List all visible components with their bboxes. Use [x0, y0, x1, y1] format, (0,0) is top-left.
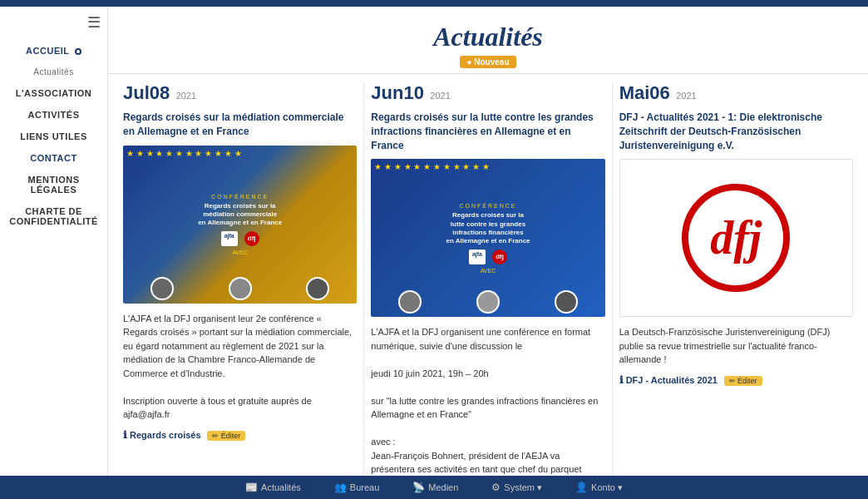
sidebar-item-accueil[interactable]: ACCUEIL [0, 40, 107, 62]
person-avatar-1 [150, 277, 174, 300]
stars-decoration-1: ★ ★ ★ ★ ★ ★ ★ ★ ★ ★ ★ ★ [123, 146, 357, 161]
article-3-image: dfj [619, 159, 853, 317]
person-avatar-3 [306, 277, 329, 300]
ajfa-logo-2: ajfa [469, 250, 486, 264]
dfj-main-letter: dfj [710, 215, 762, 261]
article-1-image: ★ ★ ★ ★ ★ ★ ★ ★ ★ ★ ★ ★ CONFÉRENCE Regar… [123, 146, 357, 304]
article-1-title: Regards croisés sur la médiation commerc… [123, 111, 357, 139]
person-avatar-5 [476, 290, 500, 314]
dfj-main-circle: dfj [682, 184, 790, 292]
article-col-1: Jul08 2021 Regards croisés sur la médiat… [116, 82, 364, 476]
article-2-image: ★ ★ ★ ★ ★ ★ ★ ★ ★ ★ ★ ★ CONFÉRENCE Regar… [371, 159, 604, 317]
article-3-link[interactable]: DFJ - Actualités 2021 [619, 374, 718, 386]
sidebar: ☰ ACCUEIL Actualités L'ASSOCIATION ACTIV… [0, 7, 108, 476]
article-3-title: DFJ - Actualités 2021 - 1: Die elektroni… [619, 111, 853, 152]
articles-container: Jul08 2021 Regards croisés sur la médiat… [108, 74, 868, 476]
sidebar-item-liens-utiles[interactable]: LIENS UTILES [0, 126, 107, 147]
medien-icon: 📡 [412, 482, 425, 493]
article-1-link[interactable]: Regards croisés [123, 429, 201, 441]
sidebar-item-mentions-legales[interactable]: MENTIONS LÉGALES [0, 169, 107, 200]
article-1-edit-button[interactable]: Éditer [207, 431, 245, 441]
konto-icon: 👤 [575, 482, 588, 493]
person-avatar-6 [555, 290, 578, 314]
page-header: Actualités ● Nouveau [108, 7, 868, 74]
toolbar-system-label: System ▾ [504, 482, 542, 493]
article-1-body: L'AJFA et la DFJ organisent leur 2e conf… [123, 312, 357, 422]
page-title: Actualités [108, 22, 868, 52]
bottom-toolbar: 📰 Actualités 👥 Bureau 📡 Medien ⚙ System … [0, 476, 868, 499]
top-bar [0, 0, 868, 7]
dfj-logo-small-2: dfj [492, 250, 507, 264]
toolbar-system[interactable]: ⚙ System ▾ [491, 482, 542, 493]
stars-decoration-2: ★ ★ ★ ★ ★ ★ ★ ★ ★ ★ ★ ★ [371, 159, 604, 175]
person-avatar-4 [398, 290, 422, 314]
poster-2-people [371, 290, 604, 314]
bureau-icon: 👥 [334, 482, 347, 493]
sidebar-item-association[interactable]: L'ASSOCIATION [0, 82, 107, 104]
article-3-body: La Deutsch-Französische Juristenvereinig… [619, 325, 853, 367]
hamburger-icon[interactable]: ☰ [87, 13, 101, 32]
toolbar-actualites-label: Actualités [261, 482, 301, 492]
article-col-2: Jun10 2021 Regards croisés sur la lutte … [364, 82, 612, 476]
poster-2-content: CONFÉRENCE Regards croisés sur lalutte c… [441, 198, 535, 279]
article-2-title: Regards croisés sur la lutte contre les … [371, 111, 604, 152]
accueil-dot-icon [75, 48, 81, 55]
poster-1-people [123, 277, 357, 300]
toolbar-bureau-label: Bureau [350, 482, 379, 492]
dfj-logo-small: dfj [244, 231, 259, 246]
article-2-date: Jun10 2021 [371, 82, 604, 104]
article-3-date: Mai06 2021 [619, 82, 853, 104]
toolbar-medien[interactable]: 📡 Medien [412, 482, 458, 493]
poster-1-content: CONFÉRENCE Regards croisés sur lamédiati… [193, 189, 287, 260]
article-2-body: L'AJFA et la DFJ organisent une conféren… [371, 325, 604, 476]
sidebar-item-charte[interactable]: CHARTE DE CONFIDENTIALITÉ [0, 200, 107, 232]
person-avatar-2 [229, 277, 252, 300]
toolbar-bureau[interactable]: 👥 Bureau [334, 482, 379, 493]
sidebar-item-activites[interactable]: ACTIVITÉS [0, 104, 107, 126]
toolbar-actualites[interactable]: 📰 Actualités [245, 482, 301, 493]
toolbar-konto[interactable]: 👤 Konto ▾ [575, 482, 623, 493]
nouveau-badge: ● Nouveau [460, 56, 515, 68]
actualites-icon: 📰 [245, 482, 258, 493]
system-icon: ⚙ [491, 482, 501, 493]
article-col-3: Mai06 2021 DFJ - Actualités 2021 - 1: Di… [613, 82, 860, 476]
article-1-date: Jul08 2021 [123, 82, 357, 104]
sidebar-item-actualites[interactable]: Actualités [0, 62, 107, 82]
article-1-footer: Regards croisés Éditer [123, 428, 357, 441]
sidebar-nav: ACCUEIL Actualités L'ASSOCIATION ACTIVIT… [0, 40, 107, 232]
ajfa-logo: ajfa [221, 231, 238, 246]
sidebar-item-contact[interactable]: CONTACT [0, 147, 107, 169]
toolbar-konto-label: Konto ▾ [591, 482, 623, 493]
article-3-footer: DFJ - Actualités 2021 Éditer [619, 373, 853, 386]
content-area: Actualités ● Nouveau Jul08 2021 Regards … [108, 7, 868, 476]
toolbar-medien-label: Medien [428, 482, 458, 492]
main-wrapper: ☰ ACCUEIL Actualités L'ASSOCIATION ACTIV… [0, 7, 868, 476]
article-3-edit-button[interactable]: Éditer [724, 376, 762, 386]
